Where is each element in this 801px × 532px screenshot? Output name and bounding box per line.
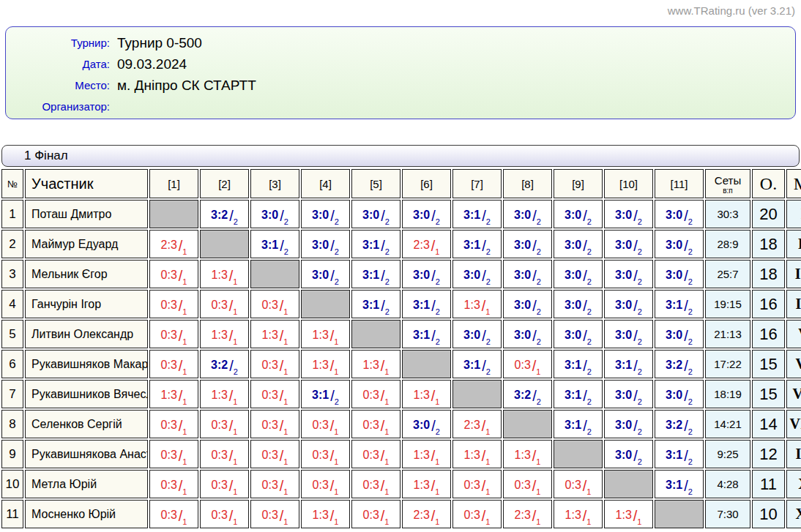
col-header-participant: Участник — [25, 169, 148, 198]
info-row-tournament: Турнир: Турнир 0-500 — [6, 32, 795, 53]
tournament-info-box: Турнир: Турнир 0-500 Дата: 09.03.2024 Ме… — [5, 26, 796, 119]
player-number: 6 — [1, 350, 23, 378]
score-cell: 1:3/1 — [402, 440, 451, 468]
score-cell: 3:0/2 — [554, 230, 603, 258]
self-cell — [452, 380, 502, 408]
score-slash: / — [684, 208, 688, 224]
score-cell: 0:3/1 — [250, 440, 299, 468]
score-cell: 3:0/2 — [402, 410, 451, 438]
score-cell: 1:3/1 — [301, 350, 350, 378]
score-value: 3:0 — [514, 209, 531, 221]
score-value: 0:3 — [161, 419, 177, 431]
score-cell: 3:0/2 — [503, 260, 552, 288]
score-value: 3:0 — [463, 329, 480, 341]
player-number: 7 — [1, 380, 23, 408]
sets-header-label: Сеты — [706, 175, 750, 187]
score-points: 2 — [688, 457, 693, 466]
score-cell: 1:3/1 — [452, 440, 502, 468]
score-points: 1 — [182, 397, 187, 406]
score-cell: 0:3/1 — [503, 350, 552, 378]
score-cell: 3:0/2 — [655, 380, 704, 408]
score-value: 0:3 — [515, 359, 531, 371]
score-points: 1 — [233, 277, 237, 286]
col-header-round-1: [1] — [149, 169, 198, 198]
self-cell — [604, 470, 653, 498]
score-cell: 0:3/1 — [149, 410, 198, 438]
place-value: м. Дніпро СК СТАРТТ — [117, 78, 256, 94]
score-points: 1 — [536, 487, 540, 496]
score-cell: 0:3/1 — [200, 440, 249, 468]
score-points: 1 — [182, 247, 187, 256]
score-cell: 3:0/2 — [301, 200, 350, 228]
score-points: 2 — [385, 247, 390, 256]
score-value: 0:3 — [262, 389, 278, 401]
score-value: 3:1 — [666, 479, 682, 491]
score-cell: 3:1/2 — [452, 200, 502, 228]
score-value: 0:3 — [363, 389, 379, 401]
score-value: 3:1 — [565, 359, 581, 371]
score-points: 1 — [485, 457, 490, 466]
score-cell: 2:3/1 — [402, 500, 451, 528]
score-points: 2 — [638, 277, 642, 286]
score-value: 0:3 — [161, 449, 177, 461]
self-cell — [655, 500, 704, 528]
organizer-label: Организатор: — [6, 100, 110, 113]
score-points: 2 — [587, 367, 592, 376]
score-points: 1 — [334, 427, 338, 436]
score-value: 0:3 — [212, 419, 228, 431]
score-slash: / — [482, 268, 486, 284]
self-cell — [402, 350, 451, 378]
page: www.TRating.ru (ver 3.21) Турнир: Турнир… — [0, 0, 801, 532]
score-points: 2 — [385, 217, 390, 226]
score-cell: 3:0/2 — [554, 320, 603, 348]
score-points: 1 — [637, 517, 641, 526]
score-value: 3:0 — [565, 299, 581, 311]
score-cell: 0:3/1 — [250, 290, 299, 318]
points-cell: 16 — [752, 320, 785, 348]
score-value: 3:0 — [413, 269, 430, 281]
sets-cell: 17:22 — [705, 350, 750, 378]
score-value: 2:3 — [161, 239, 177, 251]
score-cell: 0:3/1 — [503, 470, 552, 498]
score-value: 3:1 — [413, 329, 430, 341]
points-cell: 16 — [752, 290, 785, 318]
score-value: 0:3 — [313, 479, 329, 491]
score-cell: 0:3/1 — [250, 350, 299, 378]
player-name: Поташ Дмитро — [25, 200, 148, 228]
self-cell — [503, 410, 552, 438]
score-cell: 3:0/2 — [402, 200, 451, 228]
score-points: 2 — [436, 277, 440, 286]
score-value: 3:2 — [514, 389, 531, 401]
score-slash: / — [583, 298, 587, 314]
score-slash: / — [431, 298, 436, 314]
score-value: 2:3 — [515, 509, 531, 521]
score-value: 1:3 — [464, 449, 480, 461]
score-points: 2 — [587, 277, 592, 286]
score-points: 2 — [688, 247, 693, 256]
player-row: 5Литвин Олександр0:3/11:3/11:3/11:3/13:1… — [1, 320, 801, 348]
score-cell: 0:3/1 — [149, 320, 198, 348]
score-value: 0:3 — [363, 449, 379, 461]
player-number: 1 — [1, 200, 23, 228]
score-slash: / — [431, 268, 436, 284]
score-value: 3:0 — [312, 239, 329, 251]
score-points: 1 — [233, 307, 237, 316]
score-points: 2 — [234, 367, 238, 376]
score-cell: 2:3/1 — [402, 230, 451, 258]
self-cell — [250, 260, 299, 288]
score-value: 3:1 — [565, 389, 581, 401]
score-points: 2 — [688, 277, 693, 286]
self-cell — [149, 200, 198, 228]
score-slash: / — [330, 268, 335, 284]
section-title: 1 Фінал — [24, 149, 68, 162]
score-points: 1 — [283, 397, 288, 406]
score-value: 3:0 — [666, 269, 682, 281]
score-value: 3:1 — [463, 239, 480, 251]
score-slash: / — [583, 268, 587, 284]
col-header-round-2: [2] — [200, 169, 249, 198]
score-slash: / — [633, 208, 638, 224]
col-header-round-8: [8] — [503, 169, 552, 198]
score-value: 3:1 — [362, 299, 379, 311]
score-cell: 3:1/2 — [655, 440, 704, 468]
player-number: 10 — [1, 470, 23, 498]
